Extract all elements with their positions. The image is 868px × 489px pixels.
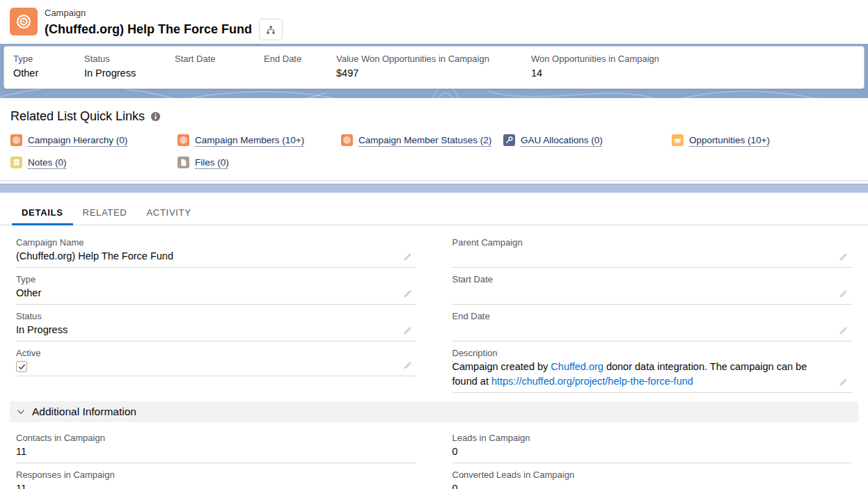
- quick-link-label: Notes (0): [28, 157, 67, 168]
- checkmark-icon: [18, 363, 26, 371]
- edit-pencil-icon[interactable]: [838, 252, 848, 262]
- quick-links-title: Related List Quick Links: [10, 109, 145, 124]
- quick-link-opportunities[interactable]: Opportunities (10+): [672, 134, 858, 146]
- tab-related[interactable]: RELATED: [73, 200, 137, 225]
- edit-pencil-icon[interactable]: [402, 360, 412, 370]
- field-label: Description: [452, 347, 832, 359]
- section-title: Additional Information: [32, 406, 136, 418]
- highlight-label: End Date: [264, 53, 329, 65]
- quick-link-label: GAU Allocations (0): [521, 135, 603, 145]
- description-link[interactable]: https://chuffed.org/project/help-the-for…: [491, 376, 693, 387]
- field-end-date: End Date: [452, 305, 853, 342]
- campaign-target-icon: [10, 134, 22, 146]
- quick-link-notes[interactable]: Notes (0): [10, 157, 177, 168]
- highlight-end-date: End Date: [264, 53, 336, 88]
- highlight-status: Status In Progress: [84, 53, 175, 88]
- quick-link-campaign-member-statuses[interactable]: Campaign Member Statuses (2): [341, 134, 503, 146]
- edit-pencil-icon[interactable]: [838, 326, 848, 335]
- description-link[interactable]: Chuffed.org: [551, 361, 603, 372]
- campaign-target-icon: [177, 134, 189, 146]
- highlight-value: Other: [13, 65, 77, 81]
- quick-link-label: Campaign Hierarchy (0): [28, 135, 127, 145]
- page-title: (Chuffed.org) Help The Force Fund: [45, 21, 252, 38]
- field-description: Description Campaign created by Chuffed.…: [452, 342, 853, 393]
- edit-pencil-icon[interactable]: [402, 326, 412, 335]
- quick-link-label: Opportunities (10+): [689, 135, 770, 145]
- quick-link-campaign-members[interactable]: Campaign Members (10+): [177, 134, 341, 146]
- details-right-column: Parent Campaign Start Date End Date Desc…: [452, 231, 853, 393]
- field-parent-campaign: Parent Campaign: [452, 231, 853, 268]
- tab-activity[interactable]: ACTIVITY: [136, 200, 200, 225]
- quick-link-label: Campaign Members (10+): [195, 135, 304, 145]
- field-responses-in-campaign: Responses in Campaign 11: [16, 463, 416, 489]
- active-checkbox: [16, 361, 27, 372]
- field-leads-in-campaign: Leads in Campaign 0: [452, 426, 853, 463]
- edit-pencil-icon[interactable]: [838, 289, 848, 298]
- highlight-start-date: Start Date: [175, 53, 264, 88]
- field-value: In Progress: [16, 323, 395, 337]
- highlight-value-won: Value Won Opportunities in Campaign $497: [336, 53, 531, 88]
- quick-link-gau-allocations[interactable]: GAU Allocations (0): [503, 134, 672, 146]
- highlight-label: Won Opportunities in Campaign: [531, 53, 659, 65]
- field-value: 0: [452, 481, 832, 489]
- campaign-target-icon: [10, 8, 38, 35]
- additional-left-column: Contacts in Campaign 11 Responses in Cam…: [16, 426, 416, 489]
- wrench-icon: [503, 134, 515, 146]
- related-list-quick-links-card: Related List Quick Links Campaign Hierar…: [0, 98, 868, 181]
- info-icon[interactable]: [150, 111, 161, 122]
- highlight-label: Type: [13, 53, 77, 65]
- field-value: [452, 323, 832, 337]
- note-icon: [10, 157, 22, 168]
- crown-icon: [672, 134, 684, 146]
- highlight-value: In Progress: [84, 65, 168, 81]
- quick-link-campaign-hierarchy[interactable]: Campaign Hierarchy (0): [10, 134, 177, 146]
- field-value: Other: [16, 286, 395, 300]
- edit-pencil-icon[interactable]: [838, 377, 848, 387]
- details-panel: Campaign Name (Chuffed.org) Help The For…: [0, 225, 868, 393]
- quick-link-files[interactable]: Files (0): [177, 157, 341, 168]
- quick-link-label: Files (0): [195, 157, 229, 168]
- field-value: (Chuffed.org) Help The Force Fund: [16, 249, 395, 264]
- field-value: 0: [452, 444, 832, 459]
- file-icon: [177, 157, 189, 168]
- field-contacts-in-campaign: Contacts in Campaign 11: [16, 426, 416, 463]
- edit-pencil-icon[interactable]: [402, 252, 412, 262]
- decorative-band: [0, 184, 868, 193]
- field-value: [452, 286, 832, 300]
- field-start-date: Start Date: [452, 268, 853, 305]
- field-label: Contacts in Campaign: [16, 432, 395, 444]
- field-label: Status: [16, 310, 395, 322]
- tab-details[interactable]: DETAILS: [12, 200, 73, 225]
- highlight-label: Value Won Opportunities in Campaign: [336, 53, 524, 65]
- field-label: End Date: [452, 310, 832, 322]
- field-label: Type: [16, 273, 395, 285]
- additional-information-section-header[interactable]: Additional Information: [10, 401, 858, 422]
- field-label: Leads in Campaign: [452, 432, 832, 444]
- additional-right-column: Leads in Campaign 0 Converted Leads in C…: [452, 426, 853, 489]
- edit-pencil-icon[interactable]: [402, 289, 412, 298]
- field-label: Campaign Name: [16, 237, 395, 248]
- highlight-value: $497: [336, 65, 524, 81]
- field-value: 11: [16, 481, 395, 489]
- hierarchy-icon: [265, 24, 276, 35]
- chevron-down-icon: [16, 407, 26, 417]
- highlights-panel: Type Other Status In Progress Start Date…: [0, 44, 868, 98]
- highlight-value: 14: [531, 65, 659, 81]
- highlights-card: Type Other Status In Progress Start Date…: [3, 46, 865, 89]
- description-text: Campaign created by: [452, 361, 551, 372]
- record-tabs: DETAILS RELATED ACTIVITY: [0, 200, 868, 225]
- record-header: Campaign (Chuffed.org) Help The Force Fu…: [0, 0, 868, 44]
- field-label: Start Date: [452, 273, 832, 285]
- field-value: 11: [16, 444, 395, 459]
- additional-info-panel: Contacts in Campaign 11 Responses in Cam…: [0, 422, 868, 489]
- view-hierarchy-button[interactable]: [259, 19, 283, 40]
- highlight-label: Start Date: [175, 53, 257, 65]
- field-label: Active: [16, 347, 395, 359]
- field-active: Active: [16, 342, 416, 376]
- field-converted-leads-in-campaign: Converted Leads in Campaign 0: [452, 463, 853, 489]
- quick-link-label: Campaign Member Statuses (2): [358, 135, 491, 145]
- field-value: [452, 249, 832, 264]
- field-type: Type Other: [16, 268, 416, 305]
- field-label: Parent Campaign: [452, 237, 832, 248]
- highlight-type: Type Other: [13, 53, 84, 88]
